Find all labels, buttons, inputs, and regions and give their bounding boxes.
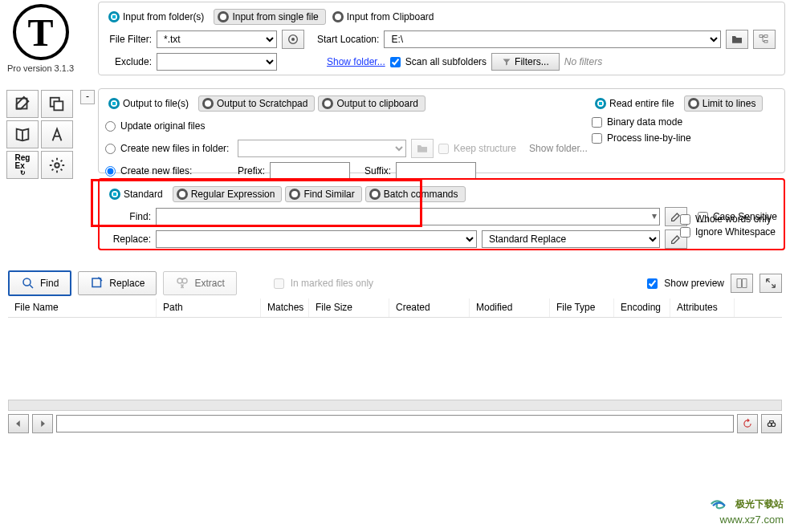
suffix-input[interactable] <box>396 162 476 180</box>
tree-icon[interactable] <box>753 30 776 49</box>
svg-point-12 <box>182 278 187 283</box>
prefix-label: Prefix: <box>238 165 265 177</box>
binoculars-icon[interactable] <box>761 414 782 433</box>
find-label: Find: <box>106 211 151 222</box>
path-input[interactable] <box>56 415 734 433</box>
exclude-select[interactable] <box>157 53 277 71</box>
marked-only-label: In marked files only <box>291 278 373 289</box>
suffix-label: Suffix: <box>364 165 391 177</box>
left-toolbar: RegEx↻ <box>6 90 73 179</box>
output-mode-clipboard[interactable]: Output to clipboard <box>318 95 425 112</box>
col-matches[interactable]: Matches <box>261 298 309 317</box>
svg-rect-6 <box>759 35 763 38</box>
search-mode-regex[interactable]: Regular Expression <box>173 186 283 202</box>
create-in-folder-radio[interactable] <box>105 144 116 154</box>
show-preview-label: Show preview <box>664 278 724 289</box>
input-section: Input from folder(s) Input from single f… <box>98 2 785 75</box>
col-modified[interactable]: Modified <box>470 298 550 317</box>
start-location-select[interactable]: E:\ <box>384 30 721 48</box>
whole-words-checkbox[interactable] <box>680 214 690 225</box>
col-filetype[interactable]: File Type <box>550 298 614 317</box>
layout-columns-icon[interactable] <box>731 274 753 293</box>
scan-subfolders-checkbox[interactable] <box>390 57 401 67</box>
limit-lines-radio[interactable]: Limit to lines <box>684 95 764 112</box>
scan-subfolders-label: Scan all subfolders <box>405 56 487 67</box>
svg-point-11 <box>177 278 182 283</box>
replace-mode-select[interactable]: Standard Replace <box>482 230 660 248</box>
watermark-url: www.xz7.com <box>708 514 784 526</box>
search-mode-batch[interactable]: Batch commands <box>365 186 466 202</box>
svg-point-15 <box>768 423 772 427</box>
collapse-button[interactable]: - <box>80 90 95 104</box>
results-table-header: File Name Path Matches File Size Created… <box>8 298 782 318</box>
input-mode-clipboard[interactable]: Input from Clipboard <box>329 10 441 24</box>
output-folder-browse-icon <box>411 139 434 158</box>
prefix-input[interactable] <box>270 162 350 180</box>
read-entire-radio[interactable]: Read entire file <box>592 96 681 111</box>
font-icon[interactable] <box>41 120 73 148</box>
no-filters-text: No filters <box>564 56 602 67</box>
keep-structure-checkbox <box>438 144 449 154</box>
horizontal-scrollbar[interactable] <box>8 400 782 411</box>
extract-button[interactable]: Extract <box>163 271 236 295</box>
show-preview-checkbox[interactable] <box>647 278 658 289</box>
app-logo: T <box>13 4 69 60</box>
folder-browse-icon[interactable] <box>726 30 748 49</box>
col-encoding[interactable]: Encoding <box>614 298 670 317</box>
process-line-label: Process line-by-line <box>607 132 691 144</box>
expand-icon[interactable] <box>759 274 782 293</box>
ignore-ws-checkbox[interactable] <box>680 227 690 238</box>
replace-button[interactable]: Replace <box>78 271 157 295</box>
svg-rect-14 <box>743 279 747 288</box>
windows-icon[interactable] <box>41 90 73 118</box>
col-filesize[interactable]: File Size <box>309 298 389 317</box>
input-mode-single[interactable]: Input from single file <box>214 9 325 25</box>
nav-next-icon[interactable] <box>32 414 53 433</box>
show-folder-link[interactable]: Show folder... <box>327 56 385 67</box>
update-original-label: Update original files <box>120 120 205 132</box>
create-in-folder-label: Create new files in folder: <box>120 143 233 154</box>
svg-rect-2 <box>54 101 63 110</box>
find-button[interactable]: Find <box>8 270 71 296</box>
create-new-radio[interactable] <box>105 166 116 177</box>
watermark: 极光下载站 www.xz7.com <box>708 494 784 526</box>
nav-prev-icon[interactable] <box>8 414 29 433</box>
keep-structure-label: Keep structure <box>454 143 516 154</box>
output-show-folder-link[interactable]: Show folder... <box>529 143 588 154</box>
col-filename[interactable]: File Name <box>8 298 157 317</box>
input-mode-folders[interactable]: Input from folder(s) <box>105 10 210 24</box>
filters-button[interactable]: Filters... <box>491 53 560 71</box>
col-path[interactable]: Path <box>157 298 261 317</box>
process-line-checkbox[interactable] <box>592 133 602 144</box>
refresh-icon[interactable] <box>737 414 758 433</box>
book-icon[interactable] <box>6 120 39 148</box>
version-label: Pro version 3.1.3 <box>6 63 75 73</box>
col-attributes[interactable]: Attributes <box>670 298 735 317</box>
col-created[interactable]: Created <box>389 298 470 317</box>
swirl-icon <box>708 494 732 514</box>
whole-words-label: Whole words only <box>695 213 772 225</box>
replace-input[interactable] <box>156 230 477 248</box>
file-filter-select[interactable]: *.txt <box>157 30 277 48</box>
search-section: Standard Regular Expression Find Similar… <box>98 178 785 250</box>
ignore-ws-label: Ignore Whitespace <box>695 226 776 238</box>
svg-rect-8 <box>764 40 768 43</box>
svg-point-5 <box>291 38 295 41</box>
watermark-text: 极光下载站 <box>735 497 784 511</box>
svg-point-3 <box>55 163 59 168</box>
replace-label: Replace: <box>106 234 151 245</box>
output-folder-select[interactable] <box>238 140 406 157</box>
update-original-radio[interactable] <box>105 121 116 132</box>
binary-mode-checkbox[interactable] <box>592 117 602 128</box>
search-mode-standard[interactable]: Standard <box>106 187 169 201</box>
gear-icon[interactable] <box>41 151 73 179</box>
target-icon[interactable] <box>282 30 304 49</box>
regex-icon[interactable]: RegEx↻ <box>6 151 39 179</box>
search-mode-similar[interactable]: Find Similar <box>285 186 361 202</box>
output-mode-scratchpad[interactable]: Output to Scratchpad <box>198 95 315 112</box>
find-input[interactable] <box>156 208 660 225</box>
edit-icon[interactable] <box>6 90 39 118</box>
bottom-nav-bar <box>8 412 782 435</box>
file-filter-label: File Filter: <box>105 34 152 45</box>
output-mode-files[interactable]: Output to file(s) <box>105 96 195 111</box>
